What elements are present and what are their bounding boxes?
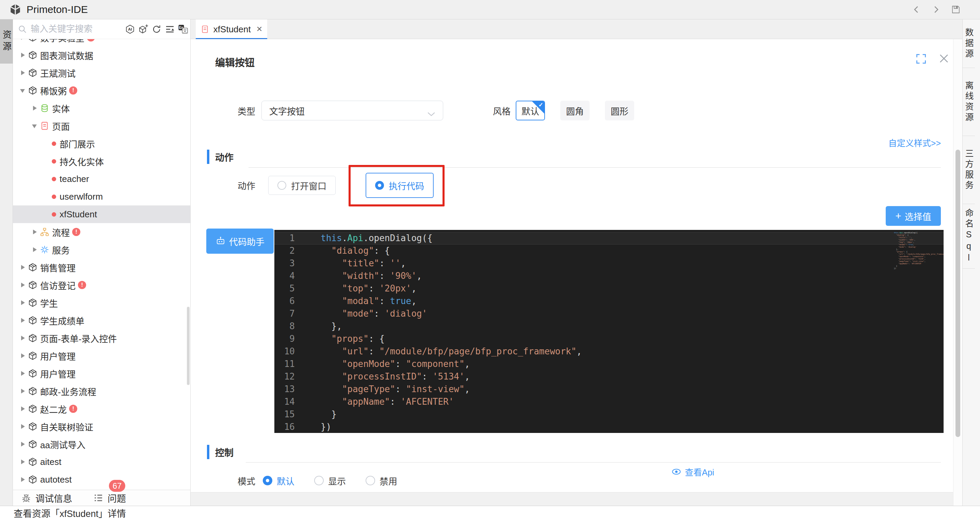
- chevron-right-icon[interactable]: [20, 441, 25, 447]
- chevron-right-icon[interactable]: [20, 406, 25, 412]
- style-option-1[interactable]: 圆角: [560, 101, 590, 120]
- right-rail-tab-0[interactable]: 数据源: [963, 19, 975, 68]
- style-option-2[interactable]: 圆形: [605, 101, 634, 120]
- radio-icon[interactable]: [314, 476, 324, 485]
- tab-close-icon[interactable]: ✕: [256, 25, 262, 34]
- editor-minimap[interactable]: this.Api.openDialog({ "dialog": { "title…: [894, 231, 938, 270]
- tree-item-实体[interactable]: 实体: [13, 99, 190, 117]
- tree-item-teacher[interactable]: teacher: [13, 170, 190, 188]
- tree-item-部门展示[interactable]: 部门展示: [13, 135, 190, 152]
- tree-item-autotest[interactable]: autotest: [13, 471, 190, 488]
- chevron-right-icon[interactable]: [20, 318, 25, 323]
- section-bar: [207, 150, 209, 164]
- right-rail-tab-1[interactable]: 离线资源: [963, 68, 975, 136]
- tree-item-页面-表单-录入控件[interactable]: 页面-表单-录入控件: [13, 329, 190, 347]
- sidebar-scrollbar[interactable]: [187, 307, 189, 385]
- type-select[interactable]: 文字按钮: [261, 101, 443, 120]
- tree-item-aitest[interactable]: aitest: [13, 453, 190, 471]
- view-api-link[interactable]: 查看Api: [671, 466, 714, 478]
- collapse-all-icon[interactable]: [165, 24, 175, 34]
- tree-item-稀饭粥[interactable]: 稀饭粥!: [13, 82, 190, 99]
- code-text: "width": '90%',: [304, 270, 422, 282]
- chevron-right-icon[interactable]: [20, 424, 25, 429]
- tree-item-自关联树验证[interactable]: 自关联树验证: [13, 418, 190, 435]
- tree-item-aa测试导入[interactable]: aa测试导入: [13, 435, 190, 453]
- issues-button[interactable]: 问题: [93, 491, 126, 505]
- style-option-0[interactable]: 默认: [516, 101, 545, 120]
- chevron-down-icon[interactable]: [20, 88, 25, 93]
- chevron-right-icon[interactable]: [20, 39, 25, 40]
- issues-count-badge: 67: [109, 480, 125, 492]
- nav-forward-icon[interactable]: [931, 5, 941, 14]
- chevron-right-icon[interactable]: [32, 229, 37, 235]
- tree-item-销售管理[interactable]: 销售管理: [13, 258, 190, 276]
- chevron-right-icon[interactable]: [20, 353, 25, 358]
- tree-item-持久化实体[interactable]: 持久化实体: [13, 152, 190, 170]
- search-icon: [18, 24, 27, 34]
- chevron-right-icon[interactable]: [20, 335, 25, 341]
- red-dot-icon: [52, 195, 56, 199]
- mode-option-1[interactable]: 显示: [314, 474, 346, 487]
- chevron-right-icon[interactable]: [20, 459, 25, 465]
- tree-item-xfStudent[interactable]: xfStudent: [13, 205, 190, 223]
- radio-icon[interactable]: [366, 476, 375, 485]
- tree-item-流程[interactable]: 流程!: [13, 223, 190, 241]
- tree-item-userwlform[interactable]: userwlform: [13, 188, 190, 205]
- tree-item-用户管理[interactable]: 用户管理: [13, 365, 190, 382]
- chevron-right-icon[interactable]: [20, 265, 25, 270]
- module-cube-icon: [28, 422, 37, 431]
- search-input[interactable]: [31, 24, 112, 34]
- close-icon[interactable]: [938, 53, 950, 64]
- chevron-right-icon[interactable]: [20, 371, 25, 376]
- chevron-right-icon[interactable]: [20, 300, 25, 305]
- tree-item-图表测试数据[interactable]: 图表测试数据: [13, 46, 190, 64]
- debug-info-button[interactable]: 调试信息: [21, 491, 72, 505]
- select-value-button[interactable]: + 选择值: [886, 206, 941, 226]
- chevron-right-icon[interactable]: [20, 388, 25, 394]
- style-label: 风格: [493, 101, 511, 120]
- chevron-right-icon[interactable]: [20, 70, 25, 76]
- chevron-right-icon[interactable]: [20, 282, 25, 288]
- chevron-right-icon[interactable]: [20, 52, 25, 58]
- code-helper-button[interactable]: 代码助手: [206, 228, 274, 254]
- nav-back-icon[interactable]: [911, 5, 921, 14]
- tab-xfstudent[interactable]: xfStudent ✕: [196, 19, 267, 39]
- tree-item-学生[interactable]: 学生: [13, 294, 190, 312]
- right-rail-tab-3[interactable]: 命名Sql: [963, 204, 975, 269]
- chevron-down-icon[interactable]: [32, 123, 37, 128]
- right-rail-tab-2[interactable]: 三方服务: [963, 136, 975, 204]
- radio-icon[interactable]: [263, 476, 272, 485]
- add-module-icon[interactable]: [138, 24, 148, 34]
- tree-item-数字实验室[interactable]: 数字实验室!: [13, 39, 190, 46]
- action-option-0[interactable]: 打开窗口: [268, 176, 336, 195]
- style-options: 默认圆角圆形: [516, 101, 634, 120]
- tree-item-页面[interactable]: 页面: [13, 117, 190, 135]
- refresh-icon[interactable]: [151, 24, 162, 34]
- code-editor[interactable]: 1this.Api.openDialog({2 "dialog": {3 "ti…: [274, 230, 943, 433]
- main-scrollbar-thumb[interactable]: [956, 150, 960, 437]
- save-icon[interactable]: [951, 5, 961, 14]
- tree-item-服务[interactable]: 服务: [13, 241, 190, 258]
- translate-icon[interactable]: En文: [178, 24, 188, 34]
- chevron-right-icon[interactable]: [32, 247, 37, 252]
- custom-style-link[interactable]: 自定义样式>>: [888, 136, 941, 149]
- tree-item-邮政-业务流程[interactable]: 邮政-业务流程: [13, 382, 190, 400]
- fullscreen-icon[interactable]: [916, 53, 927, 64]
- red-dot-icon: [52, 212, 56, 217]
- rail-tab-resources[interactable]: 资源: [0, 19, 13, 63]
- module-cube-icon: [28, 280, 37, 290]
- tree-item-赵二龙[interactable]: 赵二龙!: [13, 400, 190, 418]
- ai-icon[interactable]: AI: [125, 24, 135, 34]
- chevron-right-icon[interactable]: [20, 477, 25, 482]
- chevron-right-icon[interactable]: [32, 105, 37, 111]
- tree-item-信访登记[interactable]: 信访登记!: [13, 276, 190, 294]
- mode-option-2[interactable]: 禁用: [366, 474, 397, 487]
- tree-item-用户管理[interactable]: 用户管理: [13, 347, 190, 365]
- radio-icon[interactable]: [277, 181, 286, 190]
- tree-item-学生成绩单[interactable]: 学生成绩单: [13, 312, 190, 329]
- action-option-1[interactable]: 执行代码: [366, 173, 434, 198]
- radio-icon[interactable]: [375, 181, 384, 190]
- sidebar-search-row: AI En文: [13, 19, 190, 39]
- mode-option-0[interactable]: 默认: [263, 474, 294, 487]
- tree-item-王斌测试[interactable]: 王斌测试: [13, 64, 190, 82]
